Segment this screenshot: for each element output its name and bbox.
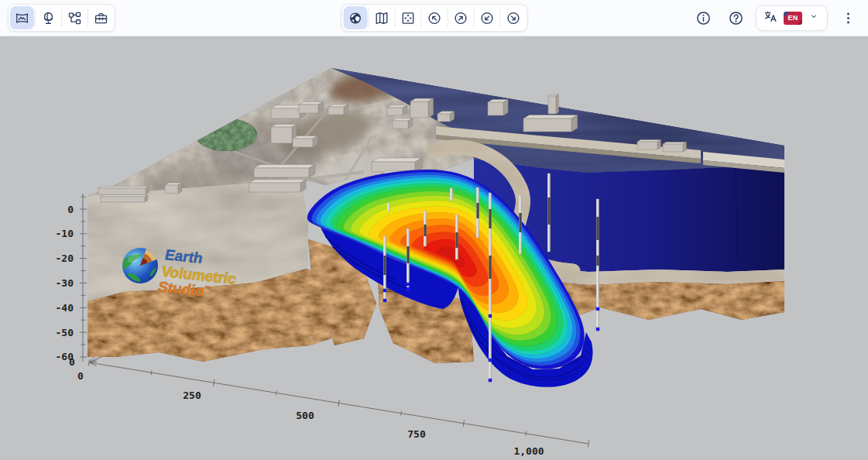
fit-view-icon — [400, 11, 415, 26]
kebab-menu-button[interactable] — [835, 5, 860, 30]
building-block — [249, 180, 306, 192]
toolbar-separator — [35, 9, 36, 27]
toolbar-separator — [61, 9, 62, 27]
building-block — [488, 99, 508, 115]
kebab-menu-icon — [840, 10, 856, 26]
z-axis-tick-label: -10 — [56, 228, 74, 239]
language-flag-badge: EN — [784, 12, 802, 25]
toolbar: EN — [0, 0, 868, 36]
z-axis-tick-label: 0 — [67, 204, 74, 215]
hierarchy-button[interactable] — [63, 6, 87, 29]
toolbox-icon — [94, 11, 108, 26]
help-button[interactable] — [723, 5, 748, 30]
arrow-circle-northwest-icon — [427, 11, 441, 26]
translate-icon — [763, 9, 778, 24]
fit-view-button[interactable] — [396, 6, 420, 29]
display-tool-group — [8, 4, 115, 32]
desk-globe-icon — [41, 11, 56, 26]
toolbar-separator — [420, 9, 421, 27]
info-button[interactable] — [691, 5, 715, 30]
map-icon — [374, 11, 389, 26]
well-sample-marker — [489, 359, 492, 362]
monitoring-well — [387, 203, 389, 211]
well-sample-marker — [489, 379, 492, 382]
building-block — [372, 158, 422, 172]
well-sample-marker — [383, 299, 386, 302]
building-block — [254, 165, 315, 177]
building-block — [165, 183, 182, 194]
monitoring-well — [383, 236, 386, 302]
building-block — [393, 118, 413, 129]
panorama-view-button[interactable] — [10, 6, 34, 29]
x-axis-tick-label: 500 — [296, 410, 314, 421]
z-axis-tick-label: -60 — [56, 351, 74, 362]
building-block — [293, 136, 317, 147]
building-block — [437, 112, 455, 122]
arrow-circle-northeast-icon — [453, 11, 468, 26]
x-axis-tick-label: 1,000 — [513, 445, 544, 457]
monitoring-well — [519, 195, 521, 254]
toolbar-separator — [394, 9, 395, 27]
well-sample-marker — [596, 328, 599, 331]
map-view-button[interactable] — [369, 6, 393, 29]
desk-globe-button[interactable] — [36, 6, 60, 29]
building-block — [523, 115, 578, 132]
z-axis-tick-label: -20 — [56, 252, 74, 264]
monitoring-well — [450, 188, 452, 201]
toolbox-button[interactable] — [89, 6, 113, 29]
z-axis-tick-label: -40 — [56, 302, 74, 314]
building-block — [637, 139, 660, 149]
view-tool-group — [341, 4, 527, 32]
building-block — [387, 105, 407, 115]
globe-view-button[interactable] — [343, 6, 367, 29]
monitoring-well — [407, 228, 410, 290]
building-block — [328, 105, 348, 115]
well-sample-marker — [596, 307, 599, 311]
language-selector[interactable]: EN — [756, 5, 828, 31]
well-sample-marker — [489, 314, 492, 318]
info-icon — [695, 10, 712, 26]
z-axis-tick-label: -30 — [56, 277, 74, 289]
well-sample-marker — [383, 289, 386, 292]
scene-svg[interactable]: 02505007501,0000 0-10-20-30-40-50-60 — [0, 36, 868, 460]
view-southeast-button[interactable] — [501, 6, 525, 29]
toolbar-separator — [368, 9, 369, 27]
chevron-down-icon — [808, 10, 820, 22]
monitoring-well — [547, 173, 550, 252]
view-southwest-button[interactable] — [475, 6, 499, 29]
building-block — [663, 142, 686, 152]
building-block — [548, 94, 558, 114]
arrow-circle-southwest-icon — [479, 11, 494, 26]
monitoring-well — [489, 193, 492, 382]
view-northeast-button[interactable] — [448, 6, 472, 29]
hierarchy-icon — [67, 11, 82, 26]
x-axis-tick-label: 250 — [183, 390, 201, 401]
translate-icon — [763, 9, 778, 27]
building-block — [299, 101, 323, 113]
monitoring-well — [455, 215, 458, 259]
well-sample-marker — [407, 283, 410, 286]
toolbar-separator — [87, 9, 88, 27]
right-controls: EN — [691, 5, 860, 31]
monitoring-well — [476, 187, 479, 238]
building-block — [410, 98, 434, 118]
monitoring-well — [596, 199, 599, 331]
panorama-icon — [15, 11, 29, 26]
building-block — [101, 195, 148, 202]
toolbar-separator — [499, 9, 500, 27]
building-block — [98, 186, 149, 194]
help-icon — [728, 10, 744, 26]
globe-icon — [348, 11, 362, 26]
toolbar-separator — [447, 9, 448, 27]
x-axis-tick-label: 750 — [407, 428, 426, 440]
x-axis-tick-label: 0 — [77, 370, 84, 382]
z-axis-tick-label: -50 — [56, 327, 74, 338]
arrow-circle-southeast-icon — [506, 11, 520, 26]
toolbar-separator — [473, 9, 474, 27]
earth-volumetric-studio-window: EN — [0, 0, 868, 460]
monitoring-well — [424, 211, 426, 246]
chevron-down-icon — [808, 10, 820, 26]
well-sample-marker — [407, 287, 410, 290]
view-northwest-button[interactable] — [422, 6, 446, 29]
viewport-3d[interactable]: 02505007501,0000 0-10-20-30-40-50-60 — [0, 36, 868, 460]
